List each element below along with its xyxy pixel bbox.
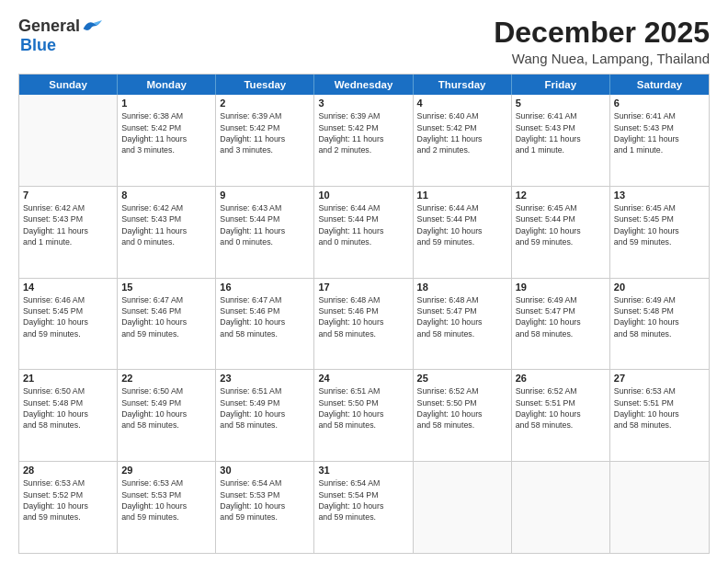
cell-info: Sunrise: 6:47 AM Sunset: 5:46 PM Dayligh… bbox=[121, 294, 211, 339]
cal-row-2: 14Sunrise: 6:46 AM Sunset: 5:45 PM Dayli… bbox=[19, 278, 709, 370]
cal-cell: 27Sunrise: 6:53 AM Sunset: 5:51 PM Dayli… bbox=[610, 370, 709, 461]
cell-day-number: 14 bbox=[23, 282, 113, 293]
cal-cell bbox=[512, 462, 610, 553]
cell-info: Sunrise: 6:38 AM Sunset: 5:42 PM Dayligh… bbox=[121, 110, 211, 155]
cal-cell: 10Sunrise: 6:44 AM Sunset: 5:44 PM Dayli… bbox=[314, 187, 413, 278]
cell-info: Sunrise: 6:48 AM Sunset: 5:47 PM Dayligh… bbox=[417, 294, 507, 339]
cell-info: Sunrise: 6:50 AM Sunset: 5:49 PM Dayligh… bbox=[121, 385, 211, 431]
calendar: SundayMondayTuesdayWednesdayThursdayFrid… bbox=[18, 74, 710, 554]
cell-day-number: 6 bbox=[614, 98, 705, 109]
cal-cell bbox=[414, 462, 512, 553]
cal-cell: 23Sunrise: 6:51 AM Sunset: 5:49 PM Dayli… bbox=[216, 370, 314, 461]
cal-cell: 7Sunrise: 6:42 AM Sunset: 5:43 PM Daylig… bbox=[19, 187, 118, 278]
cell-info: Sunrise: 6:46 AM Sunset: 5:45 PM Dayligh… bbox=[23, 294, 113, 339]
cell-info: Sunrise: 6:43 AM Sunset: 5:44 PM Dayligh… bbox=[220, 202, 310, 247]
cal-cell: 28Sunrise: 6:53 AM Sunset: 5:52 PM Dayli… bbox=[19, 462, 118, 553]
header: General Blue December 2025 Wang Nuea, La… bbox=[18, 17, 710, 66]
calendar-body: 1Sunrise: 6:38 AM Sunset: 5:42 PM Daylig… bbox=[19, 95, 709, 553]
cal-cell: 13Sunrise: 6:45 AM Sunset: 5:45 PM Dayli… bbox=[610, 187, 709, 278]
cell-day-number: 22 bbox=[121, 373, 211, 384]
main-title: December 2025 bbox=[494, 17, 710, 49]
cal-cell: 16Sunrise: 6:47 AM Sunset: 5:46 PM Dayli… bbox=[216, 279, 314, 370]
cell-day-number: 12 bbox=[516, 190, 606, 201]
cell-day-number: 2 bbox=[220, 98, 310, 109]
cell-day-number: 8 bbox=[121, 190, 211, 201]
cal-cell: 17Sunrise: 6:48 AM Sunset: 5:46 PM Dayli… bbox=[314, 279, 413, 370]
cal-cell: 29Sunrise: 6:53 AM Sunset: 5:53 PM Dayli… bbox=[118, 462, 216, 553]
cell-info: Sunrise: 6:45 AM Sunset: 5:44 PM Dayligh… bbox=[516, 202, 606, 247]
cal-cell: 9Sunrise: 6:43 AM Sunset: 5:44 PM Daylig… bbox=[216, 187, 314, 278]
cal-cell: 14Sunrise: 6:46 AM Sunset: 5:45 PM Dayli… bbox=[19, 279, 118, 370]
cell-day-number: 1 bbox=[121, 98, 211, 109]
cal-header-tuesday: Tuesday bbox=[216, 75, 314, 95]
subtitle: Wang Nuea, Lampang, Thailand bbox=[494, 51, 710, 66]
cal-cell: 15Sunrise: 6:47 AM Sunset: 5:46 PM Dayli… bbox=[118, 279, 216, 370]
cal-row-0: 1Sunrise: 6:38 AM Sunset: 5:42 PM Daylig… bbox=[19, 95, 709, 186]
cal-cell: 18Sunrise: 6:48 AM Sunset: 5:47 PM Dayli… bbox=[414, 279, 512, 370]
cell-info: Sunrise: 6:51 AM Sunset: 5:50 PM Dayligh… bbox=[318, 385, 408, 431]
cal-cell: 30Sunrise: 6:54 AM Sunset: 5:53 PM Dayli… bbox=[216, 462, 314, 553]
cell-day-number: 21 bbox=[23, 373, 113, 384]
cell-day-number: 23 bbox=[220, 373, 310, 384]
cell-info: Sunrise: 6:40 AM Sunset: 5:42 PM Dayligh… bbox=[417, 110, 507, 155]
cell-info: Sunrise: 6:53 AM Sunset: 5:52 PM Dayligh… bbox=[23, 477, 113, 523]
cell-day-number: 9 bbox=[220, 190, 310, 201]
cell-day-number: 28 bbox=[23, 465, 113, 476]
cell-info: Sunrise: 6:39 AM Sunset: 5:42 PM Dayligh… bbox=[220, 110, 310, 155]
cell-info: Sunrise: 6:50 AM Sunset: 5:48 PM Dayligh… bbox=[23, 385, 113, 431]
cell-info: Sunrise: 6:44 AM Sunset: 5:44 PM Dayligh… bbox=[417, 202, 507, 247]
cal-header-saturday: Saturday bbox=[610, 75, 709, 95]
cell-info: Sunrise: 6:53 AM Sunset: 5:51 PM Dayligh… bbox=[614, 385, 705, 431]
title-area: December 2025 Wang Nuea, Lampang, Thaila… bbox=[494, 17, 710, 66]
cal-header-wednesday: Wednesday bbox=[314, 75, 413, 95]
cell-day-number: 27 bbox=[614, 373, 705, 384]
cell-info: Sunrise: 6:49 AM Sunset: 5:47 PM Dayligh… bbox=[516, 294, 606, 339]
cell-day-number: 11 bbox=[417, 190, 507, 201]
logo-bird-icon bbox=[82, 18, 102, 35]
cal-cell: 31Sunrise: 6:54 AM Sunset: 5:54 PM Dayli… bbox=[314, 462, 413, 553]
cal-cell: 20Sunrise: 6:49 AM Sunset: 5:48 PM Dayli… bbox=[610, 279, 709, 370]
cal-row-1: 7Sunrise: 6:42 AM Sunset: 5:43 PM Daylig… bbox=[19, 186, 709, 278]
logo-general-text: General bbox=[18, 17, 80, 36]
cal-header-sunday: Sunday bbox=[19, 75, 118, 95]
cal-cell: 4Sunrise: 6:40 AM Sunset: 5:42 PM Daylig… bbox=[414, 95, 512, 186]
cal-header-friday: Friday bbox=[512, 75, 610, 95]
cal-cell: 24Sunrise: 6:51 AM Sunset: 5:50 PM Dayli… bbox=[314, 370, 413, 461]
cell-info: Sunrise: 6:39 AM Sunset: 5:42 PM Dayligh… bbox=[318, 110, 408, 155]
logo-blue-text: Blue bbox=[20, 36, 56, 54]
cal-cell: 22Sunrise: 6:50 AM Sunset: 5:49 PM Dayli… bbox=[118, 370, 216, 461]
cell-info: Sunrise: 6:41 AM Sunset: 5:43 PM Dayligh… bbox=[614, 110, 705, 155]
cell-day-number: 29 bbox=[121, 465, 211, 476]
page: General Blue December 2025 Wang Nuea, La… bbox=[0, 0, 728, 563]
cal-header-thursday: Thursday bbox=[414, 75, 512, 95]
cal-cell: 2Sunrise: 6:39 AM Sunset: 5:42 PM Daylig… bbox=[216, 95, 314, 186]
cell-info: Sunrise: 6:48 AM Sunset: 5:46 PM Dayligh… bbox=[318, 294, 408, 339]
cal-cell: 6Sunrise: 6:41 AM Sunset: 5:43 PM Daylig… bbox=[610, 95, 709, 186]
logo: General Blue bbox=[18, 17, 102, 55]
cell-info: Sunrise: 6:54 AM Sunset: 5:53 PM Dayligh… bbox=[220, 477, 310, 523]
cell-info: Sunrise: 6:41 AM Sunset: 5:43 PM Dayligh… bbox=[516, 110, 606, 155]
calendar-header: SundayMondayTuesdayWednesdayThursdayFrid… bbox=[19, 75, 709, 95]
cal-cell: 12Sunrise: 6:45 AM Sunset: 5:44 PM Dayli… bbox=[512, 187, 610, 278]
cal-cell: 11Sunrise: 6:44 AM Sunset: 5:44 PM Dayli… bbox=[414, 187, 512, 278]
cell-day-number: 5 bbox=[516, 98, 606, 109]
cal-cell bbox=[19, 95, 118, 186]
cell-day-number: 13 bbox=[614, 190, 705, 201]
cell-day-number: 10 bbox=[318, 190, 408, 201]
cell-info: Sunrise: 6:53 AM Sunset: 5:53 PM Dayligh… bbox=[121, 477, 211, 523]
cell-info: Sunrise: 6:47 AM Sunset: 5:46 PM Dayligh… bbox=[220, 294, 310, 339]
cell-day-number: 24 bbox=[318, 373, 408, 384]
cell-day-number: 3 bbox=[318, 98, 408, 109]
cell-day-number: 16 bbox=[220, 282, 310, 293]
cell-day-number: 26 bbox=[516, 373, 606, 384]
cell-day-number: 25 bbox=[417, 373, 507, 384]
cell-info: Sunrise: 6:42 AM Sunset: 5:43 PM Dayligh… bbox=[121, 202, 211, 247]
cal-cell: 21Sunrise: 6:50 AM Sunset: 5:48 PM Dayli… bbox=[19, 370, 118, 461]
cal-cell: 5Sunrise: 6:41 AM Sunset: 5:43 PM Daylig… bbox=[512, 95, 610, 186]
cell-info: Sunrise: 6:44 AM Sunset: 5:44 PM Dayligh… bbox=[318, 202, 408, 247]
cal-cell: 1Sunrise: 6:38 AM Sunset: 5:42 PM Daylig… bbox=[118, 95, 216, 186]
cal-cell bbox=[610, 462, 709, 553]
cell-day-number: 4 bbox=[417, 98, 507, 109]
cal-cell: 8Sunrise: 6:42 AM Sunset: 5:43 PM Daylig… bbox=[118, 187, 216, 278]
cell-info: Sunrise: 6:52 AM Sunset: 5:51 PM Dayligh… bbox=[516, 385, 606, 431]
